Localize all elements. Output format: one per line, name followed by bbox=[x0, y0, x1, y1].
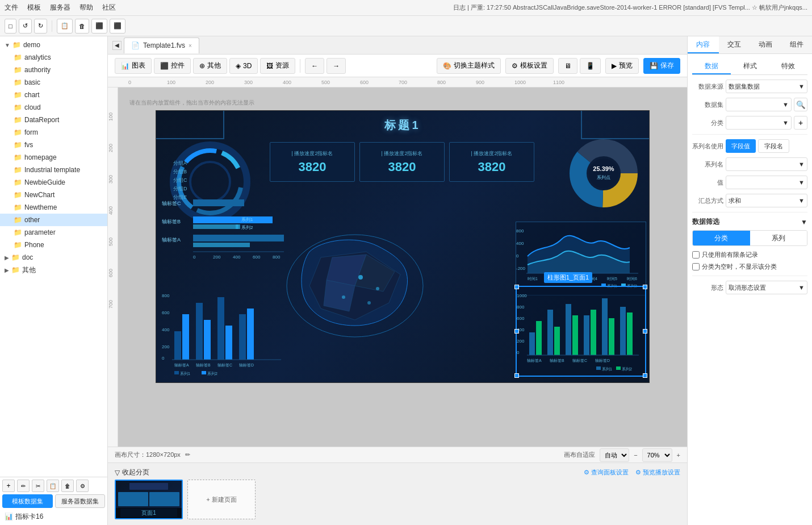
indicator-item[interactable]: 📊 指标卡16 bbox=[2, 510, 105, 523]
zoom-minus-btn[interactable]: − bbox=[634, 452, 637, 459]
template-settings-btn[interactable]: ⚙ 模板设置 bbox=[505, 58, 554, 74]
insert-resource-btn[interactable]: 🖼 资源 bbox=[260, 58, 295, 74]
insert-widget-btn[interactable]: ⬛ 控件 bbox=[154, 58, 191, 74]
value-select[interactable]: ▼ bbox=[726, 176, 807, 189]
add-item-btn[interactable]: + bbox=[2, 480, 15, 492]
right-tab-animation[interactable]: 动画 bbox=[750, 36, 781, 53]
page-thumb-1[interactable]: 页面1 bbox=[115, 480, 183, 519]
add-page-btn[interactable]: + 新建页面 bbox=[187, 480, 256, 519]
tree-item-demo[interactable]: ▼ 📁 demo bbox=[0, 39, 107, 51]
tree-item-form[interactable]: 📁 form bbox=[0, 126, 107, 139]
handle-ml[interactable] bbox=[514, 329, 519, 334]
sub-tab-style[interactable]: 样式 bbox=[731, 59, 769, 74]
tab-close-btn[interactable]: × bbox=[189, 43, 192, 49]
sub-tab-effect[interactable]: 特效 bbox=[769, 59, 807, 74]
page-section-title[interactable]: ▽ 收起分页 bbox=[115, 468, 149, 477]
cut-item-btn[interactable]: ✂ bbox=[32, 480, 44, 492]
dashboard-canvas[interactable]: 标题1 bbox=[156, 110, 650, 383]
theme-btn[interactable]: 🎨 切换主题样式 bbox=[437, 58, 501, 74]
tree-item-basic[interactable]: 📁 basic bbox=[0, 76, 107, 89]
tab-template-dataset[interactable]: 模板数据集 bbox=[2, 494, 53, 508]
tree-item-parameter[interactable]: 📁 parameter bbox=[0, 226, 107, 239]
tab-server-dataset[interactable]: 服务器数据集 bbox=[55, 494, 106, 508]
config-item-btn[interactable]: ⚙ bbox=[76, 480, 89, 492]
tree-item-datareport[interactable]: 📁 DataReport bbox=[0, 114, 107, 126]
filter-expand-icon[interactable]: ▼ bbox=[801, 218, 807, 226]
redo-canvas-btn[interactable]: → bbox=[327, 58, 346, 74]
right-tab-content[interactable]: 内容 bbox=[688, 36, 719, 53]
delete-btn[interactable]: 🗑 bbox=[75, 19, 89, 34]
tree-item-other-root[interactable]: ▶ 📁 其他 bbox=[0, 264, 107, 276]
tree-item-homepage[interactable]: 📁 homepage bbox=[0, 151, 107, 164]
filter-tab-series[interactable]: 系列 bbox=[750, 231, 807, 245]
shape-select[interactable]: 取消形态设置 ▼ bbox=[726, 281, 807, 294]
layer-btn[interactable]: ⬛ bbox=[110, 19, 125, 34]
tree-item-analytics[interactable]: 📁 analytics bbox=[0, 51, 107, 64]
query-panel-btn[interactable]: ⚙ 查询面板设置 bbox=[584, 468, 629, 477]
tab-prev-btn[interactable]: ◀ bbox=[112, 41, 122, 50]
menu-template[interactable]: 模板 bbox=[27, 3, 41, 13]
align-btn[interactable]: ⬛ bbox=[91, 19, 107, 34]
tree-item-cloud[interactable]: 📁 cloud bbox=[0, 101, 107, 114]
undo-btn[interactable]: ↺ bbox=[19, 19, 32, 34]
edit-item-btn[interactable]: ✏ bbox=[17, 480, 30, 492]
handle-bl[interactable] bbox=[514, 373, 519, 378]
dataset-select[interactable]: ▼ bbox=[726, 98, 792, 111]
mobile-view-btn[interactable]: 📱 bbox=[580, 58, 601, 74]
svg-rect-94 bbox=[627, 312, 633, 355]
menu-server[interactable]: 服务器 bbox=[50, 3, 70, 13]
canvas-viewport[interactable]: 请在当前内放置组件，拖出当市外的内容无法显示 标题1 bbox=[118, 88, 687, 447]
redo-btn[interactable]: ↻ bbox=[34, 19, 47, 34]
right-tab-interact[interactable]: 交互 bbox=[719, 36, 750, 53]
undo-canvas-btn[interactable]: ← bbox=[305, 58, 324, 74]
tree-item-newchart[interactable]: 📁 NewChart bbox=[0, 189, 107, 201]
tree-item-chart[interactable]: 📁 chart bbox=[0, 89, 107, 101]
preview-btn[interactable]: ▶ 预览 bbox=[605, 58, 639, 74]
edit-canvas-icon[interactable]: ✏ bbox=[185, 451, 190, 459]
tree-item-newtheme[interactable]: 📁 Newtheme bbox=[0, 201, 107, 214]
tree-item-fvs[interactable]: 📁 fvs bbox=[0, 139, 107, 151]
col-chart-bottom-right[interactable]: 1000 800 600 400 200 0 bbox=[516, 286, 646, 377]
insert-chart-btn[interactable]: 📊 图表 bbox=[115, 58, 152, 74]
chevron-down-icon: ▼ bbox=[5, 42, 10, 48]
data-source-select[interactable]: 数据集数据 ▼ bbox=[726, 80, 807, 93]
handle-tr[interactable] bbox=[643, 285, 647, 289]
handle-tl[interactable] bbox=[514, 285, 519, 289]
insert-other-btn[interactable]: ⊕ 其他 bbox=[193, 58, 227, 74]
filter-tab-category[interactable]: 分类 bbox=[693, 231, 750, 245]
tree-item-doc[interactable]: ▶ 📁 doc bbox=[0, 251, 107, 264]
tree-item-industrial[interactable]: 📁 Industrial template bbox=[0, 164, 107, 176]
tab-template1[interactable]: 📄 Template1.fvs × bbox=[124, 38, 199, 53]
series-name-field-value-btn[interactable]: 字段值 bbox=[726, 139, 756, 153]
menu-file[interactable]: 文件 bbox=[5, 3, 18, 13]
checkbox-hide-empty-input[interactable] bbox=[692, 263, 700, 270]
save-btn[interactable]: 💾 保存 bbox=[643, 58, 680, 74]
dataset-search-btn[interactable]: 🔍 bbox=[794, 98, 807, 111]
preview-settings-btn[interactable]: ⚙ 预览播放设置 bbox=[635, 468, 680, 477]
new-btn[interactable]: □ bbox=[5, 19, 16, 34]
agg-select[interactable]: 求和 ▼ bbox=[726, 194, 807, 207]
tree-item-phone[interactable]: 📁 Phone bbox=[0, 239, 107, 251]
handle-mr[interactable] bbox=[643, 329, 647, 334]
zoom-level-select[interactable]: 70% bbox=[642, 448, 672, 462]
tree-item-other[interactable]: 📁 other bbox=[0, 214, 107, 226]
desktop-view-btn[interactable]: 🖥 bbox=[558, 58, 577, 74]
sub-tab-data[interactable]: 数据 bbox=[692, 59, 731, 74]
copy-btn[interactable]: 📋 bbox=[57, 19, 73, 34]
zoom-plus-btn[interactable]: + bbox=[677, 452, 680, 459]
delete-item-btn[interactable]: 🗑 bbox=[61, 480, 74, 492]
checkbox-limited-input[interactable] bbox=[692, 251, 700, 259]
tree-item-newbieguide[interactable]: 📁 NewbieGuide bbox=[0, 176, 107, 189]
menu-help[interactable]: 帮助 bbox=[79, 3, 93, 13]
copy-item-btn[interactable]: 📋 bbox=[47, 480, 59, 492]
category-select[interactable]: ▼ bbox=[726, 116, 792, 130]
adapt-mode-select[interactable]: 自动 bbox=[600, 448, 629, 462]
right-tab-component[interactable]: 组件 bbox=[781, 36, 812, 53]
series-name-select[interactable]: ▼ bbox=[726, 157, 807, 171]
menu-community[interactable]: 社区 bbox=[102, 3, 116, 13]
insert-3d-btn[interactable]: ◈ 3D bbox=[229, 58, 258, 74]
tree-item-authority[interactable]: 📁 authority bbox=[0, 64, 107, 76]
add-category-btn[interactable]: + bbox=[794, 116, 807, 130]
handle-br[interactable] bbox=[643, 373, 647, 378]
series-name-field-name-btn[interactable]: 字段名 bbox=[758, 139, 789, 153]
